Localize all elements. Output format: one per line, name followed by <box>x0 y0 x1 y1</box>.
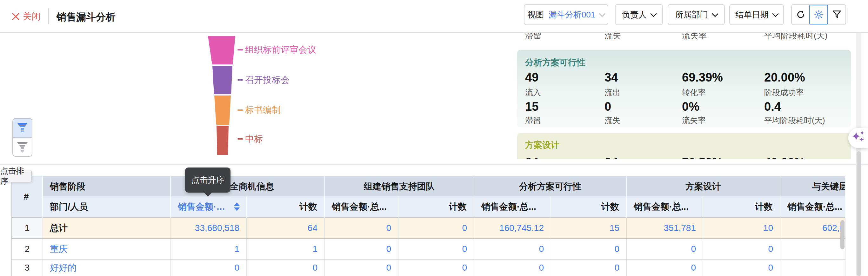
table-scrollbar-thumb[interactable] <box>840 220 844 249</box>
amount-header[interactable]: 销售金额·总... <box>780 196 845 218</box>
stat-label: 转化率 <box>682 87 706 98</box>
filter-icon <box>832 9 842 20</box>
stat-value-partial: 40.00% <box>764 156 805 159</box>
value-cell[interactable]: 0 <box>703 238 780 259</box>
toolbar-icon-group <box>791 4 846 25</box>
chevron-down-icon <box>650 10 657 17</box>
value-cell[interactable]: 0 <box>551 238 627 259</box>
amount-header-sorted[interactable]: 销售金额·… <box>171 196 247 218</box>
value-cell[interactable]: 0 <box>703 259 780 276</box>
settings-button[interactable] <box>809 5 828 25</box>
amount-header[interactable]: 销售金额·总... <box>474 196 551 218</box>
section-divider <box>0 164 868 165</box>
stat-value: 69.39% <box>682 71 723 84</box>
funnel-stage-label: 组织标前评审会议 <box>245 44 316 55</box>
header-divider <box>48 8 49 24</box>
refresh-button[interactable] <box>792 5 809 25</box>
view-selector[interactable]: 视图 漏斗分析001 <box>524 4 608 25</box>
funnel-stage-label: 召开投标会 <box>245 74 289 85</box>
close-button[interactable]: 关闭 <box>11 9 41 24</box>
funnel-stage-label: 标书编制 <box>245 105 281 115</box>
count-header[interactable]: 计数 <box>398 196 474 218</box>
stat-label: 流失 <box>604 115 620 126</box>
value-cell[interactable]: 0 <box>627 259 703 276</box>
funnel-stage-4[interactable] <box>217 126 228 155</box>
group-header-1[interactable]: 销售阶段 <box>43 176 171 196</box>
value-cell[interactable]: 64 <box>247 218 325 238</box>
group-header-6[interactable]: 与关键层 <box>780 176 845 196</box>
value-cell[interactable]: 0 <box>398 238 474 259</box>
count-header[interactable]: 计数 <box>703 196 780 218</box>
value-cell[interactable]: 0 <box>474 259 551 276</box>
funnel-stage-label: 中标 <box>245 134 263 144</box>
funnel-toggle-unselected[interactable] <box>13 137 32 157</box>
chevron-down-icon <box>772 10 778 17</box>
page-scrollbar-thumb[interactable] <box>857 151 861 276</box>
stat-value: 0.4 <box>764 100 781 113</box>
funnel-label-dash <box>238 138 243 140</box>
stat-value: 49 <box>525 71 538 84</box>
group-header-5[interactable]: 方案设计 <box>627 176 780 196</box>
dept-header[interactable]: 部门/人员 <box>43 196 171 218</box>
amount-header[interactable]: 销售金额·总... <box>627 196 703 218</box>
value-cell[interactable]: 1 <box>247 238 325 259</box>
group-header-3[interactable]: 组建销售支持团队 <box>325 176 474 196</box>
value-cell[interactable]: 33,680,518 <box>171 218 247 238</box>
stat-card-title: 方案设计 <box>525 139 559 151</box>
value-cell[interactable]: 160,745.12 <box>474 218 551 238</box>
value-cell[interactable]: 15 <box>551 218 627 238</box>
close-icon <box>11 12 20 21</box>
value-cell[interactable]: 602,0 <box>780 218 845 238</box>
ai-assistant-button[interactable] <box>848 128 868 148</box>
stat-card-design: 方案设计 343470.59%40.00% <box>517 133 851 159</box>
filter-dropdown-2[interactable]: 所属部门 <box>668 4 725 25</box>
funnel-stage-1[interactable] <box>208 36 235 64</box>
amount-header[interactable]: 销售金额·总... <box>325 196 398 218</box>
value-cell[interactable]: 0 <box>325 238 398 259</box>
value-cell[interactable]: 10 <box>703 218 780 238</box>
stat-label: 流入 <box>525 87 541 98</box>
value-cell <box>780 238 845 259</box>
dept-cell[interactable]: 重庆 <box>43 238 171 259</box>
sort-arrows-icon[interactable] <box>234 202 240 211</box>
count-header[interactable]: 计数 <box>247 196 325 218</box>
value-cell[interactable]: 0 <box>398 218 474 238</box>
value-cell[interactable]: 0 <box>398 259 474 276</box>
stat-label: 流出 <box>604 87 620 98</box>
sort-tooltip: 点击排序 <box>0 170 32 182</box>
value-cell[interactable]: 0 <box>551 259 627 276</box>
stat-value: 15 <box>525 100 538 113</box>
funnel-stage-3[interactable] <box>214 96 231 125</box>
stat-value-partial: 34 <box>525 156 538 159</box>
gear-icon <box>814 9 824 20</box>
value-cell[interactable]: 0 <box>474 238 551 259</box>
funnel-toggle-selected[interactable] <box>13 119 32 137</box>
filter-dropdown-label: 结单日期 <box>736 9 769 20</box>
filter-button[interactable] <box>828 5 845 25</box>
refresh-icon <box>796 9 806 20</box>
count-header[interactable]: 计数 <box>551 196 627 218</box>
stat-value: 0% <box>682 100 700 113</box>
funnel-label-dash <box>238 49 243 50</box>
value-cell[interactable]: 1 <box>171 238 247 259</box>
value-cell[interactable]: 351,781 <box>627 218 703 238</box>
row-index: 1 <box>11 218 43 238</box>
value-cell[interactable]: 0 <box>171 259 247 276</box>
filter-dropdown-1[interactable]: 负责人 <box>615 4 663 25</box>
partial-stat-label: 平均阶段耗时(天) <box>764 33 827 41</box>
funnel-stage-2[interactable] <box>212 66 232 94</box>
value-cell[interactable]: 0 <box>325 259 398 276</box>
filter-dropdown-3[interactable]: 结单日期 <box>729 4 784 25</box>
dept-cell[interactable]: 好好的 <box>43 259 171 276</box>
stat-label: 平均阶段耗时(天) <box>764 115 825 126</box>
group-header-4[interactable]: 分析方案可行性 <box>474 176 627 196</box>
close-label: 关闭 <box>23 10 41 23</box>
value-cell <box>780 259 845 276</box>
value-cell[interactable]: 0 <box>247 259 325 276</box>
value-cell[interactable]: 0 <box>325 218 398 238</box>
value-cell[interactable]: 0 <box>627 238 703 259</box>
funnel-label-dash <box>238 109 243 111</box>
chart-section: 组织标前评审会议召开投标会标书编制中标 滞留流失流失率平均阶段耗时(天) 分析方… <box>0 33 868 164</box>
sort-asc-tooltip: 点击升序 <box>185 168 230 193</box>
stat-label: 滞留 <box>525 115 541 126</box>
